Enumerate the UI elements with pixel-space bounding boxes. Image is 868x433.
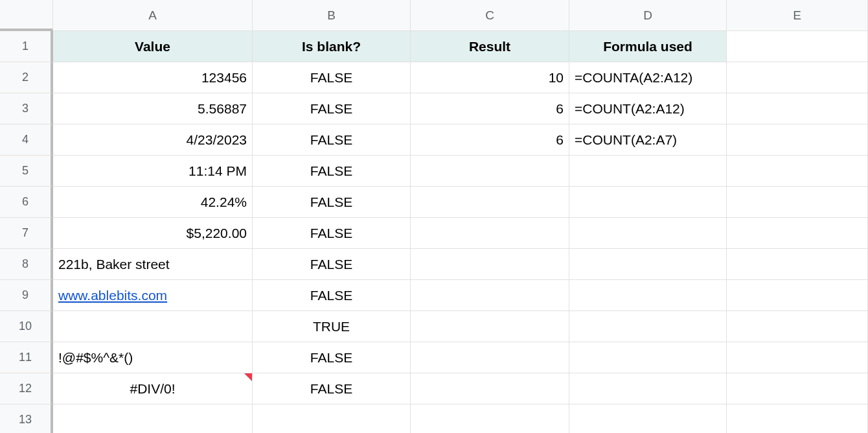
- note-indicator-icon[interactable]: [244, 373, 252, 381]
- hyperlink[interactable]: www.ablebits.com: [58, 288, 167, 303]
- spreadsheet-grid: A B C D E 1 Value Is blank? Result Formu…: [0, 0, 868, 433]
- cell-D8[interactable]: [569, 249, 727, 280]
- cell-C8[interactable]: [411, 249, 569, 280]
- error-value: #DIV/0!: [130, 381, 175, 397]
- col-header-E[interactable]: E: [727, 0, 868, 31]
- cell-D10[interactable]: [569, 311, 727, 342]
- row-header-7[interactable]: 7: [0, 218, 53, 249]
- cell-E6[interactable]: [727, 187, 868, 218]
- cell-A2[interactable]: 123456: [53, 62, 253, 93]
- cell-D7[interactable]: [569, 218, 727, 249]
- cell-E3[interactable]: [727, 93, 868, 124]
- cell-B6[interactable]: FALSE: [253, 187, 411, 218]
- cell-D13[interactable]: [569, 404, 727, 433]
- row-header-13[interactable]: 13: [0, 404, 53, 433]
- cell-B12[interactable]: FALSE: [253, 373, 411, 404]
- col-header-A[interactable]: A: [53, 0, 253, 31]
- cell-E10[interactable]: [727, 311, 868, 342]
- cell-B13[interactable]: [253, 404, 411, 433]
- cell-A12[interactable]: #DIV/0!: [53, 373, 253, 404]
- cell-A7[interactable]: $5,220.00: [53, 218, 253, 249]
- cell-C9[interactable]: [411, 280, 569, 311]
- cell-E8[interactable]: [727, 249, 868, 280]
- cell-A1[interactable]: Value: [53, 31, 253, 62]
- cell-A8[interactable]: 221b, Baker street: [53, 249, 253, 280]
- cell-C10[interactable]: [411, 311, 569, 342]
- cell-A6[interactable]: 42.24%: [53, 187, 253, 218]
- cell-E2[interactable]: [727, 62, 868, 93]
- cell-C3[interactable]: 6: [411, 93, 569, 124]
- row-header-1[interactable]: 1: [0, 31, 53, 62]
- cell-B10[interactable]: TRUE: [253, 311, 411, 342]
- cell-E4[interactable]: [727, 124, 868, 156]
- cell-B9[interactable]: FALSE: [253, 280, 411, 311]
- cell-B5[interactable]: FALSE: [253, 156, 411, 187]
- cell-C7[interactable]: [411, 218, 569, 249]
- select-all-corner[interactable]: [0, 0, 53, 31]
- cell-A11[interactable]: !@#$%^&*(): [53, 342, 253, 373]
- cell-C1[interactable]: Result: [411, 31, 569, 62]
- cell-D11[interactable]: [569, 342, 727, 373]
- cell-A10[interactable]: [53, 311, 253, 342]
- cell-C5[interactable]: [411, 156, 569, 187]
- cell-D5[interactable]: [569, 156, 727, 187]
- cell-E7[interactable]: [727, 218, 868, 249]
- cell-C4[interactable]: 6: [411, 124, 569, 156]
- cell-A13[interactable]: [53, 404, 253, 433]
- row-header-11[interactable]: 11: [0, 342, 53, 373]
- cell-C11[interactable]: [411, 342, 569, 373]
- row-header-2[interactable]: 2: [0, 62, 53, 93]
- cell-D6[interactable]: [569, 187, 727, 218]
- cell-D12[interactable]: [569, 373, 727, 404]
- cell-C12[interactable]: [411, 373, 569, 404]
- row-header-3[interactable]: 3: [0, 93, 53, 124]
- row-header-6[interactable]: 6: [0, 187, 53, 218]
- cell-B4[interactable]: FALSE: [253, 124, 411, 156]
- cell-E5[interactable]: [727, 156, 868, 187]
- cell-E12[interactable]: [727, 373, 868, 404]
- row-header-4[interactable]: 4: [0, 124, 53, 156]
- cell-E11[interactable]: [727, 342, 868, 373]
- cell-E1[interactable]: [727, 31, 868, 62]
- cell-D9[interactable]: [569, 280, 727, 311]
- cell-D1[interactable]: Formula used: [569, 31, 727, 62]
- cell-B1[interactable]: Is blank?: [253, 31, 411, 62]
- cell-C6[interactable]: [411, 187, 569, 218]
- cell-A3[interactable]: 5.56887: [53, 93, 253, 124]
- cell-C2[interactable]: 10: [411, 62, 569, 93]
- cell-D4[interactable]: =COUNT(A2:A7): [569, 124, 727, 156]
- cell-B8[interactable]: FALSE: [253, 249, 411, 280]
- cell-B2[interactable]: FALSE: [253, 62, 411, 93]
- col-header-C[interactable]: C: [411, 0, 569, 31]
- row-header-5[interactable]: 5: [0, 156, 53, 187]
- cell-E9[interactable]: [727, 280, 868, 311]
- row-header-10[interactable]: 10: [0, 311, 53, 342]
- col-header-D[interactable]: D: [569, 0, 727, 31]
- col-header-B[interactable]: B: [253, 0, 411, 31]
- cell-B7[interactable]: FALSE: [253, 218, 411, 249]
- cell-B3[interactable]: FALSE: [253, 93, 411, 124]
- cell-B11[interactable]: FALSE: [253, 342, 411, 373]
- cell-D2[interactable]: =COUNTA(A2:A12): [569, 62, 727, 93]
- cell-A5[interactable]: 11:14 PM: [53, 156, 253, 187]
- row-header-8[interactable]: 8: [0, 249, 53, 280]
- cell-E13[interactable]: [727, 404, 868, 433]
- cell-A4[interactable]: 4/23/2023: [53, 124, 253, 156]
- cell-D3[interactable]: =COUNT(A2:A12): [569, 93, 727, 124]
- cell-C13[interactable]: [411, 404, 569, 433]
- row-header-9[interactable]: 9: [0, 280, 53, 311]
- row-header-12[interactable]: 12: [0, 373, 53, 404]
- cell-A9[interactable]: www.ablebits.com: [53, 280, 253, 311]
